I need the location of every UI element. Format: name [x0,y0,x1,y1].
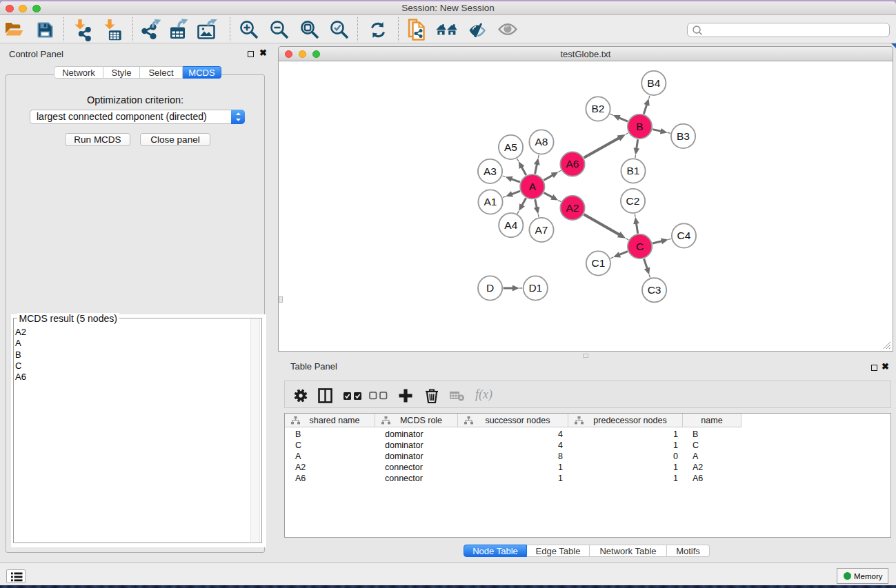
svg-text:A4: A4 [504,219,517,231]
svg-text:B2: B2 [592,103,605,114]
svg-text:B1: B1 [627,165,640,176]
svg-text:C1: C1 [591,257,605,269]
svg-text:A: A [529,181,537,192]
svg-text:B3: B3 [677,130,690,142]
svg-text:A5: A5 [504,141,517,153]
svg-text:A1: A1 [484,196,497,207]
svg-text:A7: A7 [535,224,548,236]
svg-text:D: D [486,282,494,294]
svg-text:C4: C4 [677,230,691,241]
svg-text:A6: A6 [566,158,579,170]
svg-text:D1: D1 [528,282,542,294]
svg-text:B: B [636,121,643,132]
svg-text:C: C [636,241,644,252]
svg-text:A3: A3 [484,165,497,177]
svg-text:B4: B4 [647,77,660,89]
svg-text:C3: C3 [648,284,661,296]
svg-text:A2: A2 [566,202,579,214]
svg-text:A8: A8 [535,136,548,148]
svg-text:C2: C2 [626,195,640,207]
